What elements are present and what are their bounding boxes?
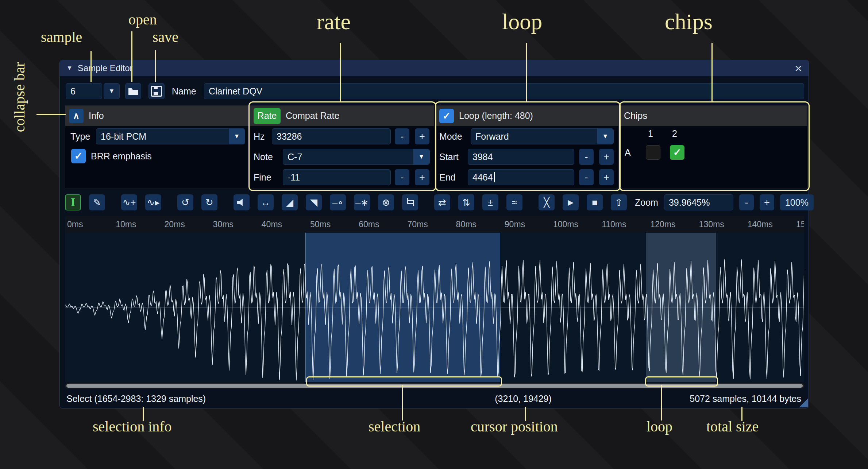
callout-line-loop-bottom (661, 385, 662, 420)
annotation-selection-info: selection info (93, 418, 172, 435)
zoom-plus-button[interactable]: + (760, 194, 774, 210)
sample-number-field[interactable]: 6 (66, 83, 102, 99)
rate-button[interactable]: Rate (254, 108, 281, 124)
fine-input[interactable]: -11 (283, 169, 391, 185)
chip-a2-checkbox[interactable]: ✓ (670, 145, 684, 160)
check-icon: ✓ (74, 150, 83, 162)
undo-button[interactable]: ↺ (177, 194, 193, 210)
filter-button[interactable]: ≈ (506, 194, 522, 210)
type-value: 16-bit PCM (101, 131, 146, 142)
invert-button[interactable]: ⇅ (458, 194, 474, 210)
timeline-ruler[interactable]: 0ms10ms20ms30ms40ms50ms60ms70ms80ms90ms1… (65, 216, 804, 233)
resample-button[interactable]: ∿▸ (145, 194, 161, 210)
undo-icon: ↺ (181, 197, 189, 208)
timeline-label: 30ms (213, 220, 234, 229)
annotation-chips: chips (665, 9, 713, 35)
reverse-button[interactable]: ⇄ (434, 194, 450, 210)
resize-grip[interactable] (799, 399, 808, 407)
scrollbar-thumb[interactable] (66, 384, 803, 388)
sign-button[interactable]: ± (482, 194, 498, 210)
save-floppy-icon (151, 86, 162, 97)
plus-minus-icon: ± (488, 197, 493, 208)
note-dropdown[interactable]: C-7 ▼ (283, 149, 430, 165)
open-sample-button[interactable] (125, 83, 141, 99)
start-minus-button[interactable]: - (579, 149, 594, 165)
timeline-label: 120ms (650, 220, 675, 229)
brr-emphasis-label: BRR emphasis (91, 148, 152, 164)
title-bar[interactable]: ▼ Sample Editor × (60, 60, 809, 76)
cross-icon: ╳ (544, 197, 549, 208)
apply-silence-button[interactable]: –∗ (354, 194, 370, 210)
stop-button[interactable]: ■ (587, 194, 603, 210)
callout-line-collapse-bar (36, 114, 66, 115)
waveform-canvas (65, 233, 804, 382)
fade-in-button[interactable]: ◢ (282, 194, 298, 210)
hz-label: Hz (254, 128, 265, 144)
normalize-button[interactable]: ↔ (258, 194, 274, 210)
insert-silence-icon: –∘ (332, 197, 344, 208)
preview-button[interactable]: ► (563, 194, 579, 210)
amplify-button[interactable] (234, 194, 250, 210)
callout-line-save (155, 50, 156, 82)
sample-toolbar: I ✎ ∿+ ∿▸ ↺ ↻ ↔ ◢ ◥ –∘ –∗ ⊗ ⇄ ⇅ ± ≈ ╳ ► … (65, 193, 804, 212)
annotation-collapse-bar: collapse bar (11, 62, 28, 132)
fine-minus-button[interactable]: - (395, 169, 409, 185)
horizontal-scrollbar[interactable] (65, 383, 804, 388)
upload-button[interactable]: ⇧ (611, 194, 627, 210)
resample-wave-icon: ∿▸ (147, 197, 160, 208)
sample-name-input[interactable]: Clarinet DQV (204, 83, 804, 99)
note-label: Note (254, 149, 273, 165)
trim-button[interactable] (402, 194, 418, 210)
callout-line-rate (340, 43, 341, 101)
info-panel: ∧ Info Type 16-bit PCM ▼ ✓ BRR emphasis (65, 105, 250, 189)
callout-line-chips (711, 43, 713, 101)
type-dropdown[interactable]: 16-bit PCM ▼ (96, 128, 245, 144)
chip-a1-checkbox[interactable] (646, 145, 660, 160)
loop-panel: ✓ Loop (length: 480) Mode Forward ▼ Star… (435, 105, 619, 189)
zoom-minus-button[interactable]: - (739, 194, 754, 210)
chevron-down-icon[interactable]: ▼ (229, 129, 245, 144)
fade-out-button[interactable]: ◥ (306, 194, 322, 210)
delete-button[interactable]: ⊗ (378, 194, 394, 210)
save-sample-button[interactable] (148, 83, 165, 99)
window-collapse-icon[interactable]: ▼ (66, 65, 73, 72)
pencil-icon: ✎ (93, 197, 101, 208)
end-plus-button[interactable]: + (599, 169, 614, 185)
loop-end-input[interactable]: 4464 (468, 169, 574, 185)
speaker-icon (237, 198, 246, 206)
zoom-reset-button[interactable]: 100% (780, 194, 814, 210)
open-folder-icon (128, 88, 138, 95)
zoom-input[interactable]: 39.9645% (664, 194, 733, 210)
horizontal-arrows-icon: ↔ (261, 197, 270, 208)
draw-mode-button[interactable]: ✎ (89, 194, 105, 210)
chevron-down-icon[interactable]: ▼ (597, 129, 613, 144)
callout-line-loop (526, 43, 527, 101)
redo-button[interactable]: ↻ (201, 194, 217, 210)
brr-emphasis-checkbox[interactable]: ✓ (71, 149, 86, 163)
fine-plus-button[interactable]: + (415, 169, 429, 185)
timeline-label: 10ms (116, 220, 136, 229)
chips-panel-title: Chips (624, 111, 647, 121)
crossfade-button[interactable]: ╳ (539, 194, 555, 210)
chevron-down-icon[interactable]: ▼ (413, 149, 429, 164)
chip-column-1-label: 1 (648, 127, 653, 140)
annotation-rate: rate (317, 9, 351, 35)
loop-mode-dropdown[interactable]: Forward ▼ (471, 128, 614, 144)
end-minus-button[interactable]: - (579, 169, 594, 185)
annotation-open: open (128, 11, 157, 28)
hz-plus-button[interactable]: + (415, 128, 429, 144)
info-collapse-button[interactable]: ∧ (69, 109, 84, 123)
start-plus-button[interactable]: + (599, 149, 614, 165)
close-icon[interactable]: × (795, 62, 802, 74)
resize-button[interactable]: ∿+ (121, 194, 137, 210)
loop-mode-value: Forward (475, 131, 509, 142)
sample-number-dropdown-button[interactable]: ▼ (104, 83, 120, 99)
annotation-sample: sample (41, 28, 82, 46)
insert-silence-button[interactable]: –∘ (330, 194, 346, 210)
waveform-display[interactable] (65, 233, 804, 382)
loop-enable-checkbox[interactable]: ✓ (439, 109, 454, 123)
select-mode-button[interactable]: I (65, 194, 81, 210)
loop-start-input[interactable]: 3984 (468, 149, 574, 165)
hz-minus-button[interactable]: - (395, 128, 409, 144)
hz-input[interactable]: 33286 (272, 128, 391, 144)
